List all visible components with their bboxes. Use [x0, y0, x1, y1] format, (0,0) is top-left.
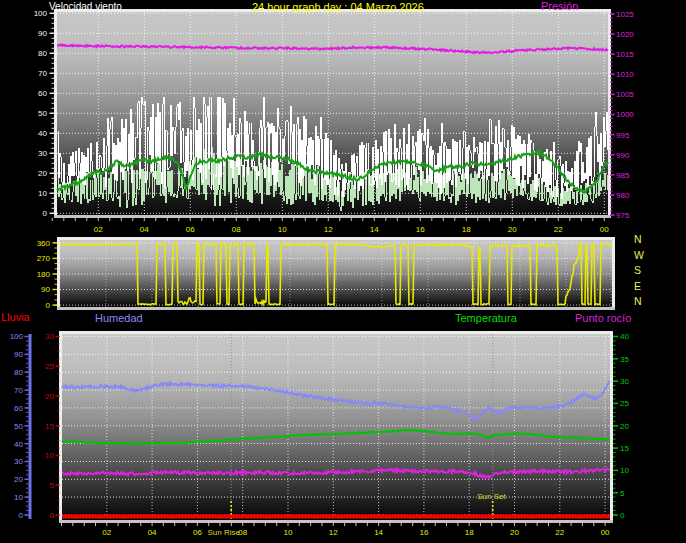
svg-text:980: 980 — [616, 191, 630, 200]
svg-text:S: S — [634, 264, 641, 276]
svg-text:12: 12 — [329, 528, 338, 537]
svg-text:Lluvia: Lluvia — [1, 311, 31, 323]
svg-text:990: 990 — [616, 151, 630, 160]
svg-text:12: 12 — [324, 225, 333, 234]
svg-text:20: 20 — [45, 392, 54, 401]
svg-text:0: 0 — [620, 511, 625, 520]
svg-text:W: W — [634, 249, 644, 261]
svg-text:Humedad: Humedad — [95, 312, 143, 324]
svg-text:80: 80 — [14, 368, 23, 377]
svg-text:20: 20 — [510, 528, 519, 537]
svg-text:995: 995 — [616, 131, 630, 140]
svg-text:975: 975 — [616, 211, 630, 220]
svg-text:100: 100 — [10, 332, 24, 341]
svg-text:100: 100 — [34, 9, 48, 18]
svg-text:50: 50 — [38, 109, 47, 118]
svg-text:16: 16 — [416, 225, 425, 234]
svg-text:60: 60 — [14, 404, 23, 413]
svg-text:15: 15 — [45, 422, 54, 431]
svg-text:20: 20 — [38, 169, 47, 178]
svg-text:Sun Rise: Sun Rise — [208, 528, 241, 537]
svg-text:180: 180 — [37, 270, 51, 279]
svg-text:20: 20 — [620, 422, 629, 431]
svg-text:30: 30 — [45, 332, 54, 341]
svg-text:25: 25 — [45, 362, 54, 371]
svg-text:10: 10 — [284, 528, 293, 537]
svg-text:16: 16 — [419, 528, 428, 537]
svg-text:02: 02 — [102, 528, 111, 537]
svg-text:0: 0 — [43, 209, 48, 218]
svg-text:04: 04 — [140, 225, 149, 234]
svg-text:10: 10 — [14, 493, 23, 502]
svg-text:06: 06 — [193, 528, 202, 537]
svg-text:90: 90 — [38, 29, 47, 38]
svg-text:00: 00 — [601, 528, 610, 537]
svg-text:1005: 1005 — [616, 90, 634, 99]
svg-text:08: 08 — [232, 225, 241, 234]
svg-text:60: 60 — [38, 89, 47, 98]
svg-text:10: 10 — [620, 466, 629, 475]
svg-text:Temperatura: Temperatura — [455, 312, 518, 324]
svg-text:0: 0 — [46, 301, 51, 310]
svg-text:1025: 1025 — [616, 10, 634, 19]
svg-text:0: 0 — [50, 511, 55, 520]
svg-text:Presión: Presión — [541, 0, 578, 12]
svg-text:N: N — [634, 295, 642, 307]
svg-text:06: 06 — [186, 225, 195, 234]
svg-text:02: 02 — [94, 225, 103, 234]
svg-text:18: 18 — [465, 528, 474, 537]
svg-text:80: 80 — [38, 49, 47, 58]
svg-text:Sun Set: Sun Set — [477, 492, 506, 501]
svg-text:1010: 1010 — [616, 70, 634, 79]
svg-text:270: 270 — [37, 254, 51, 263]
svg-text:360: 360 — [37, 239, 51, 248]
svg-text:1015: 1015 — [616, 50, 634, 59]
svg-text:30: 30 — [620, 377, 629, 386]
svg-text:04: 04 — [148, 528, 157, 537]
svg-text:14: 14 — [374, 528, 383, 537]
svg-text:0: 0 — [19, 511, 24, 520]
svg-text:40: 40 — [620, 332, 629, 341]
svg-text:70: 70 — [38, 69, 47, 78]
svg-text:1000: 1000 — [616, 110, 634, 119]
svg-text:35: 35 — [620, 355, 629, 364]
svg-text:5: 5 — [50, 481, 55, 490]
svg-text:Punto rocío: Punto rocío — [575, 312, 631, 324]
svg-text:10: 10 — [278, 225, 287, 234]
svg-text:25: 25 — [620, 399, 629, 408]
svg-text:90: 90 — [14, 350, 23, 359]
svg-text:985: 985 — [616, 171, 630, 180]
svg-text:18: 18 — [462, 225, 471, 234]
svg-text:E: E — [634, 280, 641, 292]
svg-text:5: 5 — [620, 489, 625, 498]
svg-text:70: 70 — [14, 386, 23, 395]
svg-text:90: 90 — [41, 285, 50, 294]
svg-text:30: 30 — [38, 149, 47, 158]
svg-text:10: 10 — [38, 189, 47, 198]
svg-text:40: 40 — [14, 440, 23, 449]
svg-text:50: 50 — [14, 422, 23, 431]
svg-text:22: 22 — [555, 528, 564, 537]
svg-text:Velocidad viento: Velocidad viento — [49, 1, 122, 12]
svg-text:22: 22 — [554, 225, 563, 234]
svg-text:14: 14 — [370, 225, 379, 234]
svg-text:40: 40 — [38, 129, 47, 138]
svg-text:N: N — [634, 233, 642, 245]
svg-text:1020: 1020 — [616, 30, 634, 39]
svg-text:10: 10 — [45, 451, 54, 460]
svg-text:20: 20 — [508, 225, 517, 234]
svg-text:00: 00 — [600, 225, 609, 234]
svg-text:30: 30 — [14, 457, 23, 466]
svg-text:20: 20 — [14, 475, 23, 484]
svg-text:15: 15 — [620, 444, 629, 453]
svg-text:24 hour graph day : 04 Marzo 2: 24 hour graph day : 04 Marzo 2026 — [252, 1, 424, 13]
